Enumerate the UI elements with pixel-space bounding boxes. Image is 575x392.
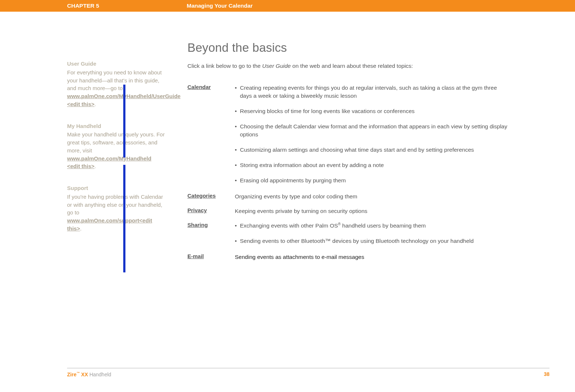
topic-body: Keeping events private by turning on sec… xyxy=(235,207,508,217)
intro-pre: Click a link below to go to the xyxy=(187,63,262,69)
topic-categories: Categories Organizing events by type and… xyxy=(187,193,508,202)
sidebar-link-my-handheld[interactable]: www.palmOne.com/MyHandheld <edit this> xyxy=(67,155,151,170)
sidebar-text: For everything you need to know about yo… xyxy=(67,69,162,92)
footer-brand: Zire xyxy=(67,372,77,377)
topic-text: Organizing events by type and color codi… xyxy=(235,193,508,201)
intro-em: User Guide xyxy=(262,63,291,69)
main-content: Beyond the basics Click a link below to … xyxy=(187,41,508,268)
footer-product: Zire™ XX Handheld xyxy=(67,371,111,377)
list-item: Sending events to other Bluetooth™ devic… xyxy=(235,237,508,245)
topic-body: Organizing events by type and color codi… xyxy=(235,193,508,202)
topic-text: Sending events as attachments to e-mail … xyxy=(235,253,508,261)
revision-bar-icon xyxy=(123,207,125,215)
sidebar-heading-user-guide: User Guide xyxy=(67,60,166,68)
topic-body: Creating repeating events for things you… xyxy=(235,84,508,187)
page-footer: Zire™ XX Handheld 38 xyxy=(67,368,549,377)
topic-link-email[interactable]: E-mail xyxy=(187,253,204,259)
topic-link-sharing[interactable]: Sharing xyxy=(187,222,208,228)
list-item: Creating repeating events for things you… xyxy=(235,84,508,100)
topic-body: Sending events as attachments to e-mail … xyxy=(235,253,508,263)
revision-bar-icon xyxy=(123,85,125,158)
sidebar-heading-my-handheld: My Handheld xyxy=(67,122,166,130)
sidebar-my-handheld: My Handheld Make your handheld uniquely … xyxy=(67,122,166,171)
footer-suffix: Handheld xyxy=(88,372,111,377)
list-item: Reserving blocks of time for long events… xyxy=(235,107,508,115)
sidebar-text: . xyxy=(94,101,96,107)
topic-calendar: Calendar Creating repeating events for t… xyxy=(187,84,508,187)
topic-sharing: Sharing Exchanging events with other Pal… xyxy=(187,222,508,248)
page-number: 38 xyxy=(544,371,549,377)
sidebar-heading-support: Support xyxy=(67,184,166,192)
revision-bar-icon xyxy=(123,222,125,255)
chapter-title: Managing Your Calendar xyxy=(187,3,253,9)
list-item: Erasing old appointments by purging them xyxy=(235,176,508,185)
intro-post: on the web and learn about these related… xyxy=(291,63,413,69)
topic-label-sharing: Sharing xyxy=(187,222,235,248)
topic-link-calendar[interactable]: Calendar xyxy=(187,84,211,90)
list-item: Choosing the default Calendar view forma… xyxy=(235,123,508,139)
sidebar-text: . xyxy=(80,225,81,232)
topic-email: E-mail Sending events as attachments to … xyxy=(187,253,508,263)
trademark-icon: ™ xyxy=(77,371,80,375)
topic-text: Keeping events private by turning on sec… xyxy=(235,207,508,215)
sharing-text-post: handheld users by beaming them xyxy=(341,222,426,229)
sharing-text-pre: Exchanging events with other Palm OS xyxy=(240,222,338,229)
list-item: Exchanging events with other Palm OS® ha… xyxy=(235,222,508,230)
topic-body: Exchanging events with other Palm OS® ha… xyxy=(235,222,508,248)
sidebar: User Guide For everything you need to kn… xyxy=(67,41,166,268)
topic-label-privacy: Privacy xyxy=(187,207,235,217)
sidebar-user-guide: User Guide For everything you need to kn… xyxy=(67,60,166,108)
topic-label-email: E-mail xyxy=(187,253,235,263)
sidebar-text: . xyxy=(94,163,96,169)
revision-bar-icon xyxy=(123,165,125,272)
chapter-label: CHAPTER 5 xyxy=(67,3,187,9)
topic-privacy: Privacy Keeping events private by turnin… xyxy=(187,207,508,217)
intro-text: Click a link below to go to the User Gui… xyxy=(187,63,508,69)
page-title: Beyond the basics xyxy=(187,41,508,55)
list-item: Customizing alarm settings and choosing … xyxy=(235,146,508,154)
topic-label-calendar: Calendar xyxy=(187,84,235,187)
sidebar-text: Make your handheld uniquely yours. For g… xyxy=(67,131,165,154)
topic-link-privacy[interactable]: Privacy xyxy=(187,207,207,213)
footer-model: XX xyxy=(80,372,88,377)
sidebar-text: If you're having problems with Calendar … xyxy=(67,194,163,216)
topic-link-categories[interactable]: Categories xyxy=(187,193,216,199)
sidebar-support: Support If you're having problems with C… xyxy=(67,184,166,233)
chapter-header: CHAPTER 5 Managing Your Calendar xyxy=(0,0,575,12)
revision-bar-icon xyxy=(123,193,125,201)
topic-label-categories: Categories xyxy=(187,193,235,202)
list-item: Storing extra information about an event… xyxy=(235,161,508,169)
